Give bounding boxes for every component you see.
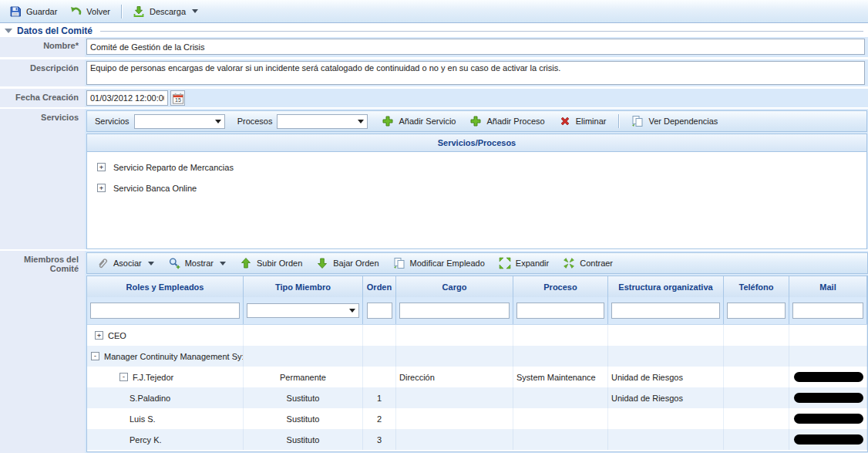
- row-name: CEO: [108, 331, 126, 340]
- calendar-icon: 15: [172, 92, 184, 105]
- cell-tipo: Sustituto: [244, 387, 363, 408]
- cell-telefono: [724, 367, 789, 387]
- cell-proceso: [513, 387, 608, 408]
- collapse-icon[interactable]: -: [119, 373, 128, 381]
- tree-row-label: Servicio Banca Online: [113, 184, 197, 193]
- cell-tipo: Sustituto: [244, 408, 363, 429]
- col-header-tipo[interactable]: Tipo Miembro: [244, 276, 363, 297]
- servicios-select[interactable]: [134, 114, 225, 129]
- mostrar-button[interactable]: Mostrar: [162, 254, 232, 272]
- expand-icon[interactable]: +: [95, 331, 103, 340]
- tree-row-servicio-banca[interactable]: + Servicio Banca Online: [87, 177, 866, 198]
- contraer-button[interactable]: Contraer: [557, 254, 619, 272]
- col-header-cargo[interactable]: Cargo: [396, 276, 513, 297]
- cell-proceso: [513, 408, 608, 429]
- table-row-tejedor[interactable]: -F.J.Tejedor Permanente Dirección System…: [87, 367, 867, 387]
- calendar-picker-button[interactable]: 15: [170, 90, 185, 106]
- descripcion-textarea[interactable]: Equipo de personas encargas de valorar s…: [86, 61, 865, 85]
- table-row-percy[interactable]: Percy K. Sustituto 3: [87, 429, 867, 450]
- fecha-input[interactable]: [86, 90, 168, 106]
- filter-proceso-input[interactable]: [516, 303, 604, 319]
- cell-telefono: [724, 408, 789, 429]
- servicios-procesos-table: Servicios/Procesos + Servicio Reparto de…: [86, 134, 867, 249]
- cell-estructura: Unidad de Riesgos: [608, 387, 724, 408]
- ver-dependencias-label: Ver Dependencias: [648, 117, 718, 126]
- procesos-filter-label: Procesos: [237, 117, 273, 126]
- section-divider: [100, 31, 863, 32]
- up-arrow-icon: [240, 257, 252, 269]
- pages-icon: [393, 257, 405, 269]
- servicios-label: Servicios: [0, 109, 85, 249]
- chevron-down-icon: [215, 120, 221, 123]
- collapse-triangle-icon[interactable]: [5, 29, 12, 33]
- chevron-down-icon: [148, 262, 154, 265]
- table-row-luis[interactable]: Luis S. Sustituto 2: [87, 408, 867, 429]
- col-header-estructura[interactable]: Estructura organizativa: [608, 276, 724, 297]
- filter-cargo-input[interactable]: [399, 303, 510, 319]
- back-arrow-icon: [69, 5, 82, 18]
- table-row-manager[interactable]: -Manager Continuity Management Sy:: [87, 346, 867, 367]
- cell-orden: [363, 325, 396, 346]
- expandir-button[interactable]: Expandir: [493, 254, 555, 272]
- expand-icon[interactable]: +: [97, 184, 106, 192]
- down-arrow-icon: [316, 257, 328, 269]
- col-header-mail[interactable]: Mail: [789, 276, 867, 297]
- cell-proceso: [513, 346, 608, 367]
- red-x-icon: [559, 115, 571, 127]
- save-button[interactable]: Guardar: [3, 2, 63, 21]
- plus-icon: [469, 115, 482, 127]
- cell-cargo: [396, 346, 513, 367]
- col-header-proceso[interactable]: Proceso: [513, 276, 608, 297]
- cell-orden: 3: [363, 429, 396, 450]
- cell-estructura: Unidad de Riesgos: [608, 367, 724, 387]
- download-button[interactable]: Descarga: [126, 2, 204, 21]
- fecha-row: Fecha Creación 15: [0, 89, 868, 107]
- chevron-down-icon: [220, 262, 226, 265]
- grid-filter-row: [87, 297, 867, 325]
- add-servicio-button[interactable]: Añadir Servicio: [375, 112, 462, 130]
- back-button-label: Volver: [86, 7, 110, 16]
- col-header-roles[interactable]: Roles y Empleados: [87, 276, 244, 297]
- filter-tipo-select[interactable]: [247, 303, 359, 318]
- cell-estructura: [608, 429, 724, 450]
- add-proceso-button[interactable]: Añadir Proceso: [463, 112, 550, 130]
- eliminar-button[interactable]: Eliminar: [553, 112, 613, 130]
- filter-mail-input[interactable]: [792, 303, 863, 319]
- table-row-paladino[interactable]: S.Paladino Sustituto 1 Unidad de Riesgos: [87, 387, 867, 408]
- cell-mail: [789, 429, 867, 450]
- modificar-empleado-button[interactable]: Modificar Empleado: [387, 254, 491, 272]
- bajar-orden-button[interactable]: Bajar Orden: [310, 254, 385, 272]
- mostrar-label: Mostrar: [185, 259, 214, 268]
- collapse-icon[interactable]: -: [91, 352, 99, 360]
- tree-row-servicio-reparto[interactable]: + Servicio Reparto de Mercancias: [87, 157, 866, 177]
- subir-orden-button[interactable]: Subir Orden: [234, 254, 308, 272]
- main-toolbar: Guardar Volver Descarga: [0, 0, 868, 23]
- arrows-inward-icon: [563, 257, 575, 269]
- asociar-button[interactable]: Asociar: [90, 254, 160, 272]
- filter-roles-input[interactable]: [90, 303, 240, 319]
- procesos-select[interactable]: [277, 114, 368, 129]
- paperclip-icon: [96, 257, 109, 269]
- back-button[interactable]: Volver: [63, 2, 116, 21]
- servicios-procesos-header[interactable]: Servicios/Procesos: [87, 134, 866, 152]
- filter-orden-input[interactable]: [367, 303, 392, 319]
- cell-cargo: Dirección: [396, 367, 513, 387]
- asociar-label: Asociar: [113, 259, 142, 268]
- col-header-orden[interactable]: Orden: [363, 276, 396, 297]
- cell-tipo: [244, 346, 363, 367]
- col-header-telefono[interactable]: Teléfono: [724, 276, 789, 297]
- chevron-down-icon: [192, 9, 198, 13]
- row-name: Luis S.: [130, 414, 156, 424]
- expand-icon[interactable]: +: [97, 163, 106, 171]
- filter-estructura-input[interactable]: [611, 303, 720, 319]
- ver-dependencias-button[interactable]: Ver Dependencias: [625, 112, 724, 130]
- table-row-ceo[interactable]: +CEO: [87, 325, 867, 346]
- row-name: S.Paladino: [130, 394, 170, 403]
- filter-telefono-input[interactable]: [727, 303, 786, 319]
- committee-form-page: Guardar Volver Descarga Datos del Comité…: [0, 0, 868, 453]
- cell-telefono: [724, 429, 789, 450]
- nombre-row: Nombre*: [0, 37, 868, 57]
- cell-estructura: [608, 346, 724, 367]
- floppy-disk-icon: [9, 5, 22, 18]
- nombre-input[interactable]: [86, 39, 865, 55]
